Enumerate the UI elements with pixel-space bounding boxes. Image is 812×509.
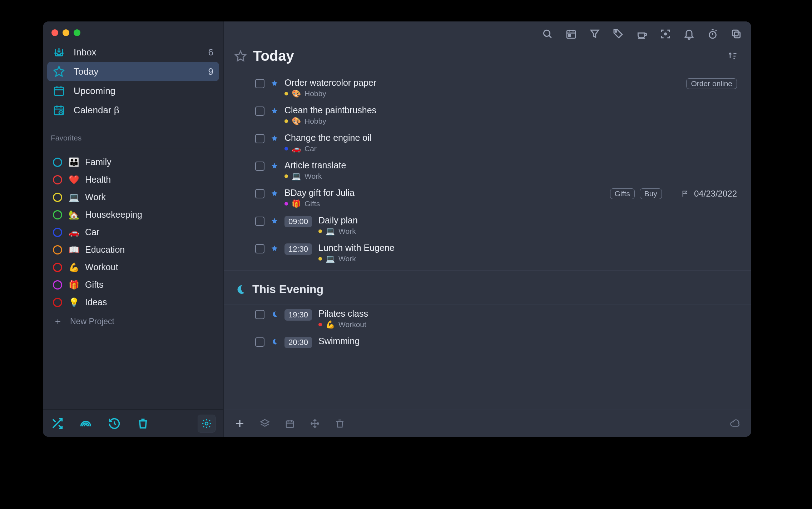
project-color-icon [53, 158, 62, 167]
nav-inbox[interactable]: Inbox 6 [47, 43, 219, 62]
stopwatch-icon[interactable] [707, 28, 718, 40]
sidebar-footer [43, 410, 223, 437]
tag-pill[interactable]: Order online [686, 78, 737, 89]
coffee-icon[interactable] [636, 28, 648, 40]
project-item[interactable]: 👪Family [47, 154, 219, 170]
task-checkbox[interactable] [255, 244, 264, 253]
search-icon[interactable] [542, 28, 553, 40]
task-row[interactable]: Change the engine oil🚗Car [224, 129, 751, 157]
svg-rect-10 [734, 32, 740, 38]
task-checkbox[interactable] [255, 107, 264, 116]
task-row[interactable]: 20:30Swimming [224, 332, 751, 352]
delete-icon[interactable] [335, 418, 345, 429]
tag-pill[interactable]: Gifts [610, 188, 635, 199]
shuffle-icon[interactable] [51, 417, 64, 430]
task-checkbox[interactable] [255, 217, 264, 226]
task-checkbox[interactable] [255, 79, 264, 88]
project-item[interactable]: 💪Workout [47, 259, 219, 275]
task-row[interactable]: Order watercolor paper🎨HobbyOrder online [224, 74, 751, 102]
moon-icon [271, 311, 278, 318]
task-time-badge: 12:30 [284, 243, 312, 255]
bell-icon[interactable] [683, 28, 695, 40]
project-name: Housekeeping [85, 209, 142, 220]
project-item[interactable]: 🎁Gifts [47, 277, 219, 293]
svg-point-4 [544, 30, 550, 36]
svg-rect-12 [286, 421, 293, 428]
nav-today[interactable]: Today 9 [47, 62, 219, 81]
duplicate-icon[interactable] [731, 28, 742, 40]
task-row[interactable]: Article translate💻Work [224, 157, 751, 184]
add-task-button[interactable] [234, 418, 245, 429]
task-body: Change the engine oil🚗Car [284, 133, 731, 153]
tag-pill[interactable]: Buy [640, 188, 662, 199]
task-row[interactable]: Clean the paintbrushes🎨Hobby [224, 102, 751, 129]
project-emoji: 💪 [69, 262, 79, 272]
svg-rect-0 [54, 87, 64, 95]
project-dot-icon [318, 229, 322, 233]
task-time-badge: 09:00 [284, 216, 312, 227]
project-item[interactable]: 🚗Car [47, 224, 219, 240]
section-title: This Evening [252, 283, 323, 296]
task-row[interactable]: 12:30Lunch with Eugene💻Work [224, 239, 751, 267]
nav-upcoming[interactable]: Upcoming [47, 81, 219, 100]
flag-icon [681, 190, 689, 198]
nav-label: Upcoming [74, 85, 115, 97]
task-checkbox[interactable] [255, 337, 264, 347]
sidebar: Inbox 6 Today 9 Upcoming Calend [43, 21, 224, 437]
task-row[interactable]: 19:30Pilates class💪Workout [224, 305, 751, 332]
schedule-icon[interactable] [284, 418, 295, 429]
close-window-button[interactable] [51, 29, 58, 36]
nav-calendar[interactable]: Calendar β [47, 100, 219, 120]
move-icon[interactable] [310, 418, 320, 429]
minimize-window-button[interactable] [63, 29, 69, 36]
task-project-name: Work [338, 254, 356, 263]
task-meta: 🎨Hobby [284, 117, 731, 125]
rainbow-icon[interactable] [79, 417, 92, 430]
task-date: 04/23/2022 [694, 189, 737, 199]
task-checkbox[interactable] [255, 162, 264, 171]
task-checkbox[interactable] [255, 189, 264, 198]
project-item[interactable]: 🏡Housekeeping [47, 207, 219, 223]
task-checkbox[interactable] [255, 310, 264, 319]
star-icon [271, 162, 278, 169]
star-icon [271, 135, 278, 142]
sort-icon[interactable] [728, 51, 738, 61]
traffic-lights [43, 21, 223, 40]
project-item[interactable]: ❤️Health [47, 172, 219, 188]
filter-icon[interactable] [589, 28, 600, 40]
task-row[interactable]: BDay gift for Julia🎁GiftsGiftsBuy04/23/2… [224, 184, 751, 212]
project-item[interactable]: 💻Work [47, 189, 219, 205]
task-title: Order watercolor paper [284, 78, 680, 88]
focus-icon[interactable] [660, 28, 671, 40]
favorites-label: Favorites [43, 127, 223, 148]
new-project-button[interactable]: +New Project [47, 312, 219, 331]
plus-icon: + [54, 317, 62, 326]
project-color-icon [53, 228, 62, 237]
maximize-window-button[interactable] [74, 29, 80, 36]
project-name: Gifts [85, 280, 103, 290]
project-emoji: 🎁 [69, 280, 79, 290]
moon-icon [234, 284, 246, 295]
tag-icon[interactable] [613, 28, 624, 40]
task-body: Daily plan💻Work [318, 215, 731, 236]
task-project-name: Gifts [304, 199, 320, 208]
project-item[interactable]: 📖Education [47, 242, 219, 258]
cloud-sync-icon[interactable] [730, 418, 741, 429]
project-color-icon [53, 193, 62, 202]
svg-rect-11 [732, 30, 738, 36]
project-item[interactable]: 💡Ideas [47, 294, 219, 310]
settings-button[interactable] [198, 415, 216, 433]
task-checkbox[interactable] [255, 134, 264, 143]
task-meta: 💻Work [318, 227, 731, 236]
history-icon[interactable] [108, 417, 121, 430]
project-emoji: 💡 [69, 297, 79, 307]
task-title: Article translate [284, 160, 731, 171]
calendar-today-icon[interactable] [565, 28, 577, 40]
task-body: Swimming [318, 336, 731, 346]
trash-icon[interactable] [137, 417, 149, 430]
task-row[interactable]: 09:00Daily plan💻Work [224, 212, 751, 239]
task-project-name: Work [338, 227, 356, 236]
task-body: BDay gift for Julia🎁Gifts [284, 188, 604, 208]
layers-icon[interactable] [259, 418, 270, 429]
project-name: Ideas [85, 297, 107, 307]
